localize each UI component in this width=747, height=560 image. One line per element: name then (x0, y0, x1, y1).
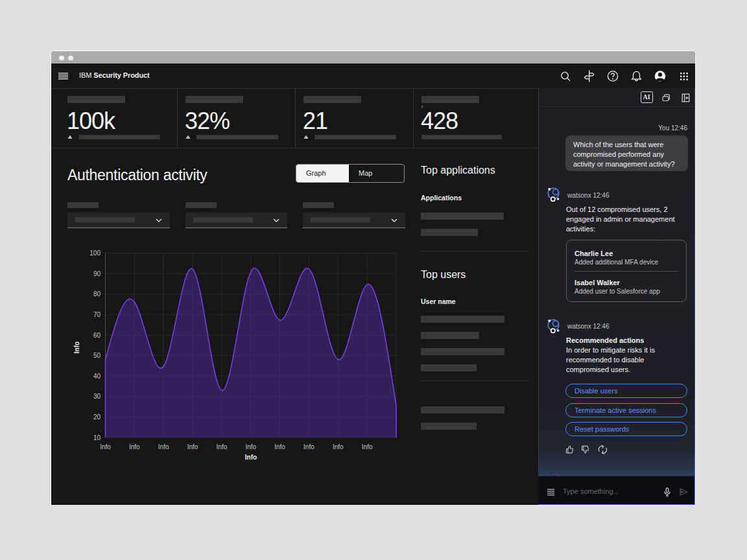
svg-text:100: 100 (89, 250, 101, 257)
svg-text:30: 30 (93, 393, 101, 400)
svg-text:Info: Info (274, 443, 285, 450)
svg-text:40: 40 (93, 373, 101, 380)
svg-text:Info: Info (333, 443, 344, 450)
svg-text:50: 50 (93, 352, 101, 359)
svg-text:80: 80 (93, 290, 101, 298)
svg-text:10: 10 (93, 434, 101, 441)
svg-text:Info: Info (158, 443, 169, 450)
svg-text:Info: Info (100, 443, 111, 450)
svg-text:20: 20 (93, 414, 101, 421)
svg-text:Info: Info (129, 443, 140, 450)
svg-text:Info: Info (187, 443, 198, 450)
svg-text:Info: Info (362, 443, 373, 450)
svg-text:Info: Info (303, 443, 314, 450)
svg-text:Info: Info (217, 443, 228, 450)
svg-text:70: 70 (93, 311, 101, 318)
svg-text:Info: Info (245, 454, 257, 461)
svg-text:Info: Info (73, 342, 80, 353)
svg-text:60: 60 (93, 332, 101, 339)
svg-text:90: 90 (93, 270, 101, 277)
svg-text:Info: Info (245, 443, 256, 450)
